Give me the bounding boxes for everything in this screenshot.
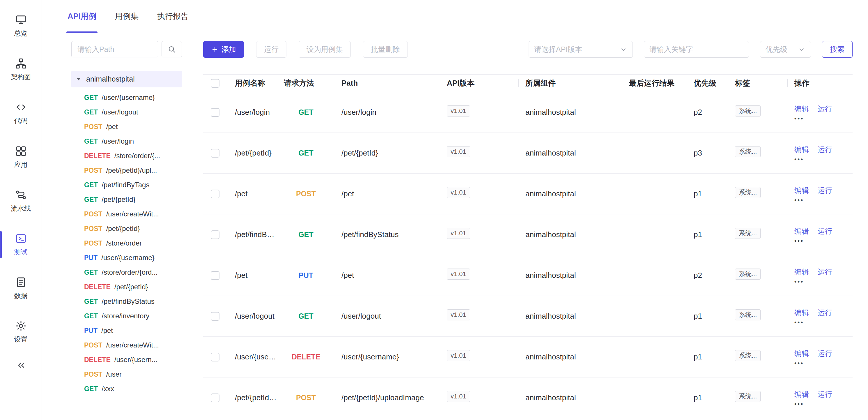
tree-item[interactable]: POST /pet — [71, 119, 182, 134]
table-body: /user/login GET /user/login v1.01 animal… — [203, 92, 852, 418]
tree-item[interactable]: PUT /user/{username} — [71, 250, 182, 265]
sidebar-item-label: 设置 — [14, 335, 28, 344]
column-header: Path — [335, 78, 440, 88]
sidebar-item-code[interactable]: 代码 — [0, 97, 42, 129]
tab-label: API用例 — [67, 11, 96, 22]
table-header: 用例名称 请求方法 Path API版本 所属组件 最后运行结果 优先级 标签 … — [203, 74, 852, 92]
api-version-tag: v1.01 — [447, 187, 470, 198]
edit-link[interactable]: 编辑 — [794, 145, 809, 155]
tree-item[interactable]: GET /user/{username} — [71, 90, 182, 105]
row-checkbox[interactable] — [211, 190, 219, 198]
row-checkbox[interactable] — [211, 230, 219, 239]
more-actions-button[interactable]: ••• — [794, 402, 804, 406]
run-link[interactable]: 运行 — [818, 185, 832, 196]
tree-item[interactable]: GET /pet/findByStatus — [71, 294, 182, 309]
set-collection-button[interactable]: 设为用例集 — [299, 41, 351, 58]
tree-item[interactable]: DELETE /user/{usern... — [71, 353, 182, 367]
tree-item[interactable]: DELETE /store/order/{... — [71, 149, 182, 163]
http-method-label: GET — [84, 108, 98, 117]
row-checkbox[interactable] — [211, 271, 219, 280]
more-actions-button[interactable]: ••• — [794, 239, 804, 243]
row-checkbox[interactable] — [211, 108, 219, 117]
keyword-input[interactable] — [644, 41, 749, 58]
api-path: /pet — [335, 188, 440, 199]
tree-item[interactable]: DELETE /pet/{petId} — [71, 280, 182, 294]
path-search-input[interactable] — [71, 41, 158, 57]
run-link[interactable]: 运行 — [818, 226, 832, 236]
tab-api-cases[interactable]: API用例 — [66, 0, 97, 33]
more-actions-button[interactable]: ••• — [794, 279, 804, 284]
run-link[interactable]: 运行 — [818, 104, 832, 114]
edit-link[interactable]: 编辑 — [794, 389, 809, 399]
row-checkbox[interactable] — [211, 149, 219, 157]
search-icon — [167, 45, 176, 54]
more-actions-button[interactable]: ••• — [794, 157, 804, 162]
tab-reports[interactable]: 执行报告 — [156, 0, 190, 33]
tree-item[interactable]: GET /user/logout — [71, 105, 182, 119]
batch-delete-button[interactable]: 批量删除 — [363, 41, 408, 58]
table-row: /user/login GET /user/login v1.01 animal… — [203, 92, 852, 133]
run-link[interactable]: 运行 — [818, 145, 832, 155]
tree-item[interactable]: POST /user — [71, 367, 182, 382]
tree-item[interactable]: GET /store/inventory — [71, 309, 182, 323]
collapse-sidebar-button[interactable] — [16, 360, 26, 370]
tree-item[interactable]: GET /pet/findByTags — [71, 178, 182, 192]
tree-item[interactable]: POST /store/order — [71, 236, 182, 250]
run-link[interactable]: 运行 — [818, 348, 832, 359]
tree-search-button[interactable] — [161, 41, 182, 57]
run-link[interactable]: 运行 — [818, 389, 832, 399]
priority-select[interactable]: 优先级 — [760, 41, 811, 58]
tree-root-label: animalhostpital — [86, 74, 135, 84]
tree-root-node[interactable]: animalhostpital — [71, 71, 182, 87]
sidebar-item-pipeline[interactable]: 流水线 — [0, 185, 42, 217]
edit-link[interactable]: 编辑 — [794, 307, 809, 318]
run-button[interactable]: 运行 — [256, 41, 286, 58]
tree-item[interactable]: GET /store/order/{ord... — [71, 265, 182, 280]
select-all-checkbox[interactable] — [211, 79, 219, 88]
column-header: 操作 — [788, 78, 855, 88]
pipeline-icon — [15, 189, 27, 201]
edit-link[interactable]: 编辑 — [794, 185, 809, 196]
sidebar-item-label: 代码 — [14, 116, 28, 125]
sidebar-item-label: 数据 — [14, 291, 28, 300]
request-method: GET — [277, 107, 335, 117]
row-checkbox[interactable] — [211, 393, 219, 402]
tree-item[interactable]: PUT /pet — [71, 323, 182, 338]
tree-item[interactable]: GET /pet/{petId} — [71, 192, 182, 207]
edit-link[interactable]: 编辑 — [794, 348, 809, 359]
run-link[interactable]: 运行 — [818, 307, 832, 318]
api-path-label: /user/createWit... — [106, 209, 159, 219]
more-actions-button[interactable]: ••• — [794, 198, 804, 203]
edit-link[interactable]: 编辑 — [794, 226, 809, 236]
test-icon — [15, 233, 27, 244]
sidebar-item-data[interactable]: 数据 — [0, 272, 42, 304]
edit-link[interactable]: 编辑 — [794, 104, 809, 114]
more-actions-button[interactable]: ••• — [794, 361, 804, 365]
sidebar-item-architecture[interactable]: 架构图 — [0, 54, 42, 86]
http-method-label: GET — [84, 384, 98, 393]
edit-link[interactable]: 编辑 — [794, 267, 809, 277]
row-checkbox[interactable] — [211, 353, 219, 361]
table-row: /pet/{petId}/u... POST /pet/{petId}/uplo… — [203, 378, 852, 418]
add-button[interactable]: 添加 — [203, 41, 244, 58]
search-button[interactable]: 搜索 — [822, 41, 852, 58]
run-link[interactable]: 运行 — [818, 267, 832, 277]
tree-item[interactable]: POST /user/createWit... — [71, 338, 182, 353]
case-name: /pet/{petId} — [228, 148, 277, 158]
more-actions-button[interactable]: ••• — [794, 116, 804, 121]
sidebar-item-overview[interactable]: 总览 — [0, 10, 42, 42]
tag-badge: 系统... — [735, 269, 761, 280]
tree-item[interactable]: GET /user/login — [71, 134, 182, 149]
more-actions-button[interactable]: ••• — [794, 320, 804, 325]
row-checkbox[interactable] — [211, 312, 219, 321]
tab-case-sets[interactable]: 用例集 — [114, 0, 140, 33]
sidebar-item-test[interactable]: 测试 — [0, 229, 42, 261]
api-version-select[interactable]: 请选择API版本 — [529, 41, 633, 58]
http-method-label: POST — [84, 209, 102, 219]
tree-item[interactable]: POST /pet/{petId}/upl... — [71, 163, 182, 178]
tree-item[interactable]: POST /user/createWit... — [71, 207, 182, 221]
tree-item[interactable]: GET /xxx — [71, 382, 182, 396]
sidebar-item-settings[interactable]: 设置 — [0, 316, 42, 348]
tree-item[interactable]: POST /pet/{petId} — [71, 221, 182, 236]
sidebar-item-apps[interactable]: 应用 — [0, 141, 42, 173]
